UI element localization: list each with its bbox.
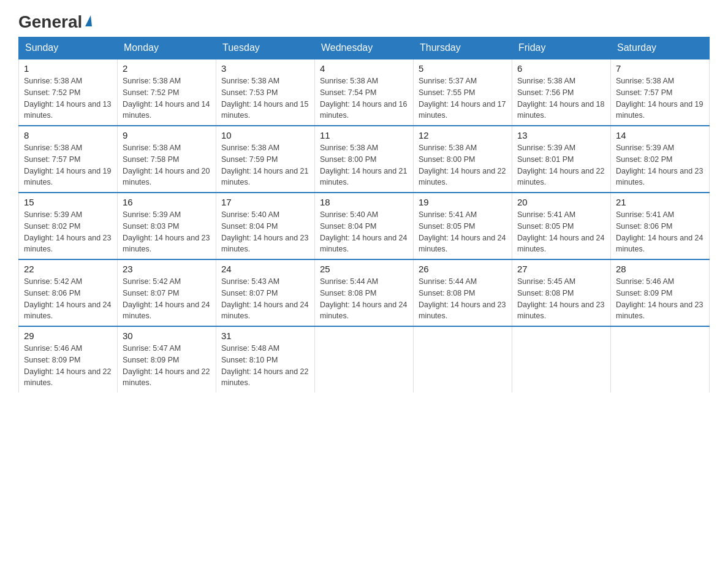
- calendar-cell: 24 Sunrise: 5:43 AMSunset: 8:07 PMDaylig…: [216, 259, 315, 326]
- calendar-cell: 14 Sunrise: 5:39 AMSunset: 8:02 PMDaylig…: [611, 126, 710, 193]
- day-info: Sunrise: 5:38 AMSunset: 7:54 PMDaylight:…: [320, 75, 408, 121]
- calendar-week-row: 8 Sunrise: 5:38 AMSunset: 7:57 PMDayligh…: [19, 126, 710, 193]
- page-header: General: [18, 12, 710, 29]
- calendar-cell: 22 Sunrise: 5:42 AMSunset: 8:06 PMDaylig…: [19, 259, 118, 326]
- day-info: Sunrise: 5:38 AMSunset: 7:56 PMDaylight:…: [517, 75, 605, 121]
- day-number: 20: [517, 197, 605, 207]
- day-info: Sunrise: 5:39 AMSunset: 8:02 PMDaylight:…: [616, 142, 704, 188]
- logo: General: [18, 12, 92, 29]
- calendar-cell: 20 Sunrise: 5:41 AMSunset: 8:05 PMDaylig…: [512, 193, 611, 259]
- calendar-week-row: 15 Sunrise: 5:39 AMSunset: 8:02 PMDaylig…: [19, 193, 710, 259]
- day-info: Sunrise: 5:38 AMSunset: 7:59 PMDaylight:…: [221, 142, 309, 188]
- calendar-cell: 23 Sunrise: 5:42 AMSunset: 8:07 PMDaylig…: [118, 259, 216, 326]
- logo-general-text: General: [18, 12, 82, 32]
- column-header-thursday: Thursday: [414, 37, 512, 59]
- calendar-cell: [512, 326, 611, 393]
- column-header-friday: Friday: [512, 37, 611, 59]
- column-header-tuesday: Tuesday: [216, 37, 315, 59]
- calendar-header-row: SundayMondayTuesdayWednesdayThursdayFrid…: [19, 37, 710, 59]
- calendar-cell: 25 Sunrise: 5:44 AMSunset: 8:08 PMDaylig…: [315, 259, 414, 326]
- day-info: Sunrise: 5:38 AMSunset: 7:53 PMDaylight:…: [221, 75, 309, 121]
- day-number: 5: [419, 63, 507, 74]
- day-info: Sunrise: 5:39 AMSunset: 8:01 PMDaylight:…: [517, 142, 605, 188]
- calendar-cell: 21 Sunrise: 5:41 AMSunset: 8:06 PMDaylig…: [611, 193, 710, 259]
- day-info: Sunrise: 5:38 AMSunset: 7:52 PMDaylight:…: [24, 75, 112, 121]
- calendar-cell: 2 Sunrise: 5:38 AMSunset: 7:52 PMDayligh…: [118, 59, 216, 126]
- day-info: Sunrise: 5:41 AMSunset: 8:05 PMDaylight:…: [419, 209, 507, 255]
- calendar-cell: 3 Sunrise: 5:38 AMSunset: 7:53 PMDayligh…: [216, 59, 315, 126]
- calendar-cell: 27 Sunrise: 5:45 AMSunset: 8:08 PMDaylig…: [512, 259, 611, 326]
- day-info: Sunrise: 5:46 AMSunset: 8:09 PMDaylight:…: [616, 276, 704, 322]
- day-info: Sunrise: 5:40 AMSunset: 8:04 PMDaylight:…: [221, 209, 309, 255]
- day-info: Sunrise: 5:38 AMSunset: 7:52 PMDaylight:…: [123, 75, 211, 121]
- calendar-week-row: 22 Sunrise: 5:42 AMSunset: 8:06 PMDaylig…: [19, 259, 710, 326]
- calendar-cell: 17 Sunrise: 5:40 AMSunset: 8:04 PMDaylig…: [216, 193, 315, 259]
- day-number: 9: [123, 130, 211, 140]
- day-info: Sunrise: 5:42 AMSunset: 8:07 PMDaylight:…: [123, 276, 211, 322]
- column-header-saturday: Saturday: [611, 37, 710, 59]
- day-info: Sunrise: 5:48 AMSunset: 8:10 PMDaylight:…: [221, 343, 309, 389]
- day-number: 3: [221, 63, 309, 74]
- day-info: Sunrise: 5:43 AMSunset: 8:07 PMDaylight:…: [221, 276, 309, 322]
- calendar-cell: 10 Sunrise: 5:38 AMSunset: 7:59 PMDaylig…: [216, 126, 315, 193]
- column-header-monday: Monday: [118, 37, 216, 59]
- calendar-cell: 6 Sunrise: 5:38 AMSunset: 7:56 PMDayligh…: [512, 59, 611, 126]
- day-number: 26: [419, 264, 507, 274]
- calendar-cell: 8 Sunrise: 5:38 AMSunset: 7:57 PMDayligh…: [19, 126, 118, 193]
- calendar-cell: 30 Sunrise: 5:47 AMSunset: 8:09 PMDaylig…: [118, 326, 216, 393]
- day-info: Sunrise: 5:39 AMSunset: 8:03 PMDaylight:…: [123, 209, 211, 255]
- day-info: Sunrise: 5:42 AMSunset: 8:06 PMDaylight:…: [24, 276, 112, 322]
- day-number: 12: [419, 130, 507, 140]
- day-info: Sunrise: 5:41 AMSunset: 8:06 PMDaylight:…: [616, 209, 704, 255]
- calendar-table: SundayMondayTuesdayWednesdayThursdayFrid…: [18, 37, 710, 393]
- calendar-week-row: 29 Sunrise: 5:46 AMSunset: 8:09 PMDaylig…: [19, 326, 710, 393]
- day-number: 18: [320, 197, 408, 207]
- day-info: Sunrise: 5:38 AMSunset: 8:00 PMDaylight:…: [320, 142, 408, 188]
- calendar-cell: [414, 326, 512, 393]
- day-number: 10: [221, 130, 309, 140]
- day-number: 17: [221, 197, 309, 207]
- day-number: 28: [616, 264, 704, 274]
- calendar-week-row: 1 Sunrise: 5:38 AMSunset: 7:52 PMDayligh…: [19, 59, 710, 126]
- day-info: Sunrise: 5:39 AMSunset: 8:02 PMDaylight:…: [24, 209, 112, 255]
- calendar-cell: [315, 326, 414, 393]
- day-number: 8: [24, 130, 112, 140]
- calendar-cell: 16 Sunrise: 5:39 AMSunset: 8:03 PMDaylig…: [118, 193, 216, 259]
- day-info: Sunrise: 5:41 AMSunset: 8:05 PMDaylight:…: [517, 209, 605, 255]
- day-info: Sunrise: 5:46 AMSunset: 8:09 PMDaylight:…: [24, 343, 112, 389]
- calendar-cell: 12 Sunrise: 5:38 AMSunset: 8:00 PMDaylig…: [414, 126, 512, 193]
- day-info: Sunrise: 5:45 AMSunset: 8:08 PMDaylight:…: [517, 276, 605, 322]
- day-number: 31: [221, 331, 309, 341]
- day-number: 21: [616, 197, 704, 207]
- calendar-cell: 5 Sunrise: 5:37 AMSunset: 7:55 PMDayligh…: [414, 59, 512, 126]
- calendar-cell: 29 Sunrise: 5:46 AMSunset: 8:09 PMDaylig…: [19, 326, 118, 393]
- day-info: Sunrise: 5:38 AMSunset: 8:00 PMDaylight:…: [419, 142, 507, 188]
- day-number: 15: [24, 197, 112, 207]
- day-info: Sunrise: 5:47 AMSunset: 8:09 PMDaylight:…: [123, 343, 211, 389]
- day-number: 19: [419, 197, 507, 207]
- calendar-cell: 11 Sunrise: 5:38 AMSunset: 8:00 PMDaylig…: [315, 126, 414, 193]
- column-header-wednesday: Wednesday: [315, 37, 414, 59]
- day-info: Sunrise: 5:38 AMSunset: 7:57 PMDaylight:…: [24, 142, 112, 188]
- calendar-cell: 15 Sunrise: 5:39 AMSunset: 8:02 PMDaylig…: [19, 193, 118, 259]
- day-number: 16: [123, 197, 211, 207]
- day-number: 14: [616, 130, 704, 140]
- calendar-cell: 4 Sunrise: 5:38 AMSunset: 7:54 PMDayligh…: [315, 59, 414, 126]
- day-number: 6: [517, 63, 605, 74]
- calendar-cell: 28 Sunrise: 5:46 AMSunset: 8:09 PMDaylig…: [611, 259, 710, 326]
- day-number: 23: [123, 264, 211, 274]
- day-number: 1: [24, 63, 112, 74]
- day-info: Sunrise: 5:37 AMSunset: 7:55 PMDaylight:…: [419, 75, 507, 121]
- day-info: Sunrise: 5:44 AMSunset: 8:08 PMDaylight:…: [419, 276, 507, 322]
- calendar-cell: 31 Sunrise: 5:48 AMSunset: 8:10 PMDaylig…: [216, 326, 315, 393]
- calendar-cell: 13 Sunrise: 5:39 AMSunset: 8:01 PMDaylig…: [512, 126, 611, 193]
- day-info: Sunrise: 5:38 AMSunset: 7:58 PMDaylight:…: [123, 142, 211, 188]
- day-info: Sunrise: 5:40 AMSunset: 8:04 PMDaylight:…: [320, 209, 408, 255]
- column-header-sunday: Sunday: [19, 37, 118, 59]
- calendar-cell: 7 Sunrise: 5:38 AMSunset: 7:57 PMDayligh…: [611, 59, 710, 126]
- day-number: 2: [123, 63, 211, 74]
- calendar-cell: 19 Sunrise: 5:41 AMSunset: 8:05 PMDaylig…: [414, 193, 512, 259]
- day-info: Sunrise: 5:44 AMSunset: 8:08 PMDaylight:…: [320, 276, 408, 322]
- day-number: 25: [320, 264, 408, 274]
- day-number: 29: [24, 331, 112, 341]
